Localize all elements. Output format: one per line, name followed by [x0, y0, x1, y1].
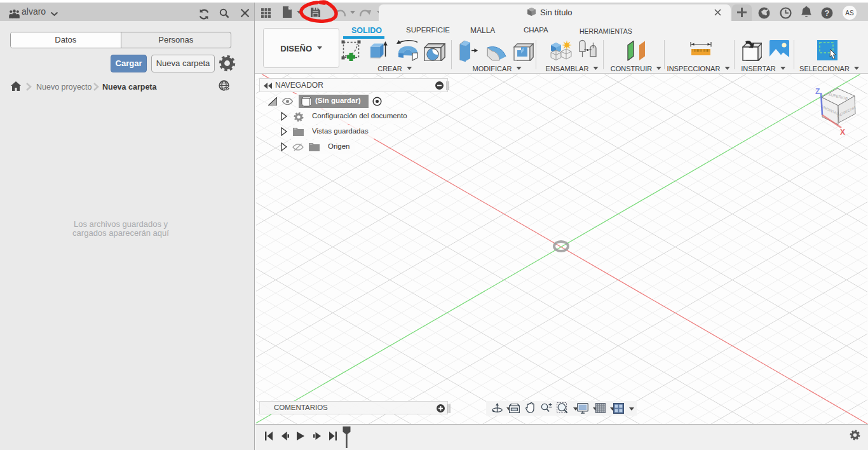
svg-text:?: ? [825, 8, 830, 18]
svg-text:AS: AS [845, 10, 854, 17]
svg-text:Z: Z [815, 87, 820, 96]
svg-text:X: X [840, 128, 845, 137]
